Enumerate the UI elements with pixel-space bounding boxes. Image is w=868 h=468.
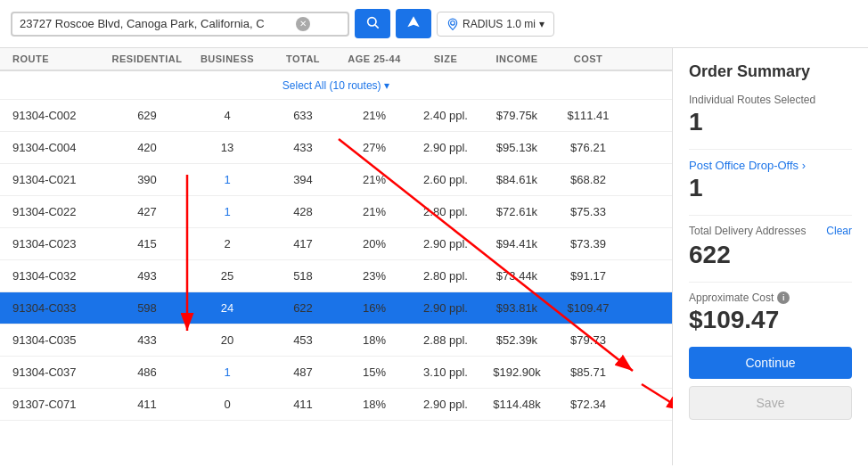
search-button[interactable] bbox=[355, 9, 390, 38]
cell-total: 487 bbox=[267, 365, 339, 379]
cell-cost: $85.71 bbox=[553, 365, 624, 379]
table-row[interactable]: 91307-C071 411 0 411 18% 2.90 ppl. $114.… bbox=[0, 389, 672, 421]
divider-2 bbox=[689, 215, 852, 216]
cell-route: 91304-C004 bbox=[0, 141, 107, 154]
radius-value: 1.0 mi bbox=[506, 18, 536, 30]
delivery-row: Total Delivery Addresses Clear bbox=[689, 225, 852, 239]
cell-business: 0 bbox=[187, 398, 267, 411]
cell-business: 24 bbox=[187, 301, 267, 315]
cell-business: 25 bbox=[187, 269, 267, 283]
cell-income: $84.61k bbox=[481, 173, 553, 186]
cell-income: $114.48k bbox=[481, 398, 553, 411]
cell-size: 2.60 ppl. bbox=[410, 173, 481, 186]
cell-total: 417 bbox=[267, 237, 339, 250]
col-age: AGE 25-44 bbox=[339, 53, 410, 64]
cell-age: 21% bbox=[339, 205, 410, 218]
cell-residential: 493 bbox=[107, 269, 187, 283]
cell-route: 91304-C022 bbox=[0, 205, 107, 218]
table-row[interactable]: 91304-C004 420 13 433 27% 2.90 ppl. $95.… bbox=[0, 132, 672, 164]
cell-size: 2.80 ppl. bbox=[410, 269, 481, 283]
cell-route: 91304-C002 bbox=[0, 109, 107, 122]
delivery-label: Total Delivery Addresses bbox=[689, 225, 806, 237]
cell-income: $93.81k bbox=[481, 301, 553, 315]
cell-total: 433 bbox=[267, 141, 339, 154]
address-input[interactable] bbox=[20, 17, 296, 30]
delivery-value: 622 bbox=[689, 241, 852, 269]
cell-residential: 415 bbox=[107, 237, 187, 250]
individual-routes-value: 1 bbox=[689, 108, 852, 136]
radius-chevron-icon: ▾ bbox=[539, 18, 545, 30]
divider-1 bbox=[689, 149, 852, 150]
col-residential: RESIDENTIAL bbox=[107, 53, 187, 64]
col-cost: COST bbox=[553, 53, 624, 64]
col-income: INCOME bbox=[481, 53, 553, 64]
table-row[interactable]: 91304-C032 493 25 518 23% 2.80 ppl. $73.… bbox=[0, 260, 672, 292]
cell-income: $72.61k bbox=[481, 205, 553, 218]
cell-income: $94.41k bbox=[481, 237, 553, 250]
cell-business: 13 bbox=[187, 141, 267, 154]
cell-cost: $73.39 bbox=[553, 237, 624, 250]
cell-business: 1 bbox=[187, 365, 267, 379]
cell-income: $95.13k bbox=[481, 141, 553, 154]
select-all-label: Select All (10 routes) bbox=[283, 79, 381, 92]
cell-income: $73.44k bbox=[481, 269, 553, 283]
cell-route: 91307-C071 bbox=[0, 398, 107, 411]
table-row[interactable]: 91304-C002 629 4 633 21% 2.40 ppl. $79.7… bbox=[0, 100, 672, 132]
table-row[interactable]: 91304-C022 427 1 428 21% 2.80 ppl. $72.6… bbox=[0, 196, 672, 228]
cell-cost: $111.41 bbox=[553, 109, 624, 122]
cell-cost: $91.17 bbox=[553, 269, 624, 283]
radius-selector[interactable]: RADIUS 1.0 mi ▾ bbox=[437, 12, 554, 37]
cell-business: 1 bbox=[187, 173, 267, 186]
cell-size: 2.90 ppl. bbox=[410, 398, 481, 411]
cell-size: 2.90 ppl. bbox=[410, 301, 481, 315]
individual-routes-label: Individual Routes Selected bbox=[689, 94, 852, 106]
cell-income: $192.90k bbox=[481, 365, 553, 379]
divider-3 bbox=[689, 282, 852, 283]
cell-cost: $76.21 bbox=[553, 141, 624, 154]
cell-age: 21% bbox=[339, 109, 410, 122]
approx-cost-label-row: Approximate Cost i bbox=[689, 291, 852, 304]
clear-button[interactable]: Clear bbox=[826, 225, 852, 237]
cell-cost: $109.47 bbox=[553, 301, 624, 315]
col-business: BUSINESS bbox=[187, 53, 267, 64]
header: ✕ RADIUS 1.0 mi ▾ bbox=[0, 0, 868, 48]
select-all-chevron-icon: ▾ bbox=[384, 79, 389, 92]
col-total: TOTAL bbox=[267, 53, 339, 64]
table-row[interactable]: 91304-C037 486 1 487 15% 3.10 ppl. $192.… bbox=[0, 357, 672, 389]
svg-point-0 bbox=[368, 18, 376, 26]
post-office-link[interactable]: Post Office Drop-Offs bbox=[689, 159, 852, 172]
cell-residential: 427 bbox=[107, 205, 187, 218]
cell-business: 1 bbox=[187, 205, 267, 218]
column-headers: ROUTE RESIDENTIAL BUSINESS TOTAL AGE 25-… bbox=[0, 48, 672, 71]
select-all-row[interactable]: Select All (10 routes) ▾ bbox=[0, 71, 672, 100]
order-summary-panel: Order Summary Individual Routes Selected… bbox=[673, 48, 868, 465]
cell-age: 16% bbox=[339, 301, 410, 315]
table-body: 91304-C002 629 4 633 21% 2.40 ppl. $79.7… bbox=[0, 100, 672, 421]
table-row[interactable]: 91304-C021 390 1 394 21% 2.60 ppl. $84.6… bbox=[0, 164, 672, 196]
cell-size: 2.90 ppl. bbox=[410, 141, 481, 154]
continue-button[interactable]: Continue bbox=[689, 347, 852, 379]
cell-age: 23% bbox=[339, 269, 410, 283]
table-row[interactable]: 91304-C023 415 2 417 20% 2.90 ppl. $94.4… bbox=[0, 228, 672, 260]
cell-total: 633 bbox=[267, 109, 339, 122]
clear-address-icon[interactable]: ✕ bbox=[296, 17, 310, 31]
radius-label: RADIUS bbox=[463, 18, 503, 30]
cell-route: 91304-C033 bbox=[0, 301, 107, 315]
cell-residential: 598 bbox=[107, 301, 187, 315]
cell-residential: 433 bbox=[107, 333, 187, 347]
approx-cost-label: Approximate Cost bbox=[689, 291, 774, 304]
cell-route: 91304-C021 bbox=[0, 173, 107, 186]
col-route: ROUTE bbox=[0, 53, 107, 64]
navigate-button[interactable] bbox=[396, 9, 431, 38]
table-row[interactable]: 91304-C033 598 24 622 16% 2.90 ppl. $93.… bbox=[0, 292, 672, 324]
cell-age: 15% bbox=[339, 365, 410, 379]
info-icon[interactable]: i bbox=[777, 291, 790, 304]
cell-residential: 411 bbox=[107, 398, 187, 411]
cell-business: 4 bbox=[187, 109, 267, 122]
cell-residential: 486 bbox=[107, 365, 187, 379]
cell-age: 18% bbox=[339, 398, 410, 411]
cell-age: 20% bbox=[339, 237, 410, 250]
cell-age: 21% bbox=[339, 173, 410, 186]
table-row[interactable]: 91304-C035 433 20 453 18% 2.88 ppl. $52.… bbox=[0, 324, 672, 357]
cell-total: 518 bbox=[267, 269, 339, 283]
